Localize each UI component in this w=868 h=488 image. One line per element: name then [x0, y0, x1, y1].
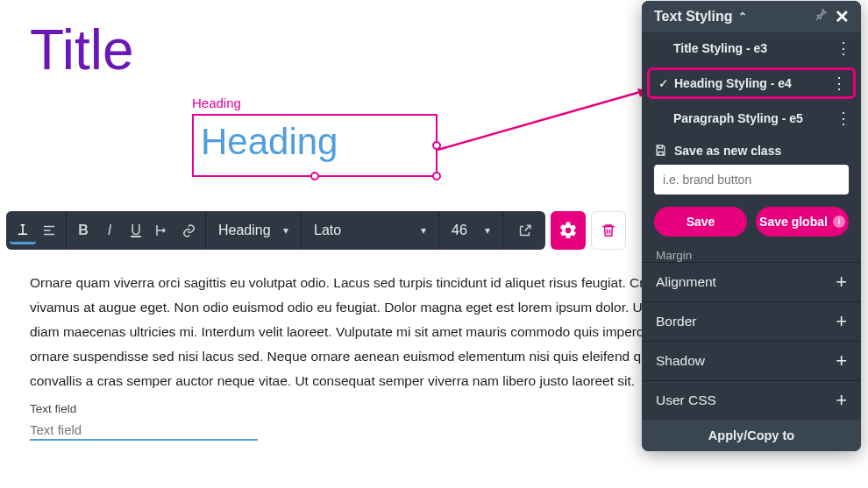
- italic-button[interactable]: I: [96, 216, 123, 244]
- resize-handle-southeast[interactable]: [432, 172, 441, 180]
- accordion-user-css[interactable]: User CSS+: [642, 380, 861, 420]
- class-item-heading[interactable]: ✓ Heading Styling - e4 ⋮: [647, 67, 856, 99]
- connector-line: [438, 87, 665, 157]
- align-button[interactable]: [36, 216, 62, 244]
- settings-button[interactable]: [551, 211, 586, 250]
- class-label: Heading Styling - e4: [674, 76, 831, 90]
- plus-icon: +: [836, 271, 847, 294]
- font-value: Lato: [314, 223, 341, 238]
- size-select[interactable]: 46 ▾: [443, 216, 499, 245]
- text-style-button[interactable]: [10, 216, 36, 244]
- save-button[interactable]: Save: [654, 207, 747, 237]
- check-icon: ✓: [658, 76, 674, 90]
- class-label: Paragraph Styling - e5: [673, 111, 836, 125]
- accordion-shadow[interactable]: Shadow+: [642, 341, 861, 380]
- save-block: Save as new class Save Save global i: [642, 135, 861, 249]
- text-field-input[interactable]: [30, 421, 258, 441]
- info-badge: i: [833, 216, 845, 228]
- chevron-up-icon: ⌃: [738, 11, 747, 23]
- class-label: Title Styling - e3: [673, 41, 836, 55]
- resize-handle-east[interactable]: [432, 141, 441, 150]
- text-toolbar: B I U Heading ▾ Lato ▾: [6, 211, 626, 250]
- toolbar-main: B I U Heading ▾ Lato ▾: [6, 211, 545, 250]
- heading-text[interactable]: Heading: [201, 121, 429, 163]
- more-icon[interactable]: ⋮: [836, 39, 850, 58]
- plus-icon: +: [836, 350, 847, 372]
- more-icon[interactable]: ⋮: [836, 109, 850, 128]
- open-external-button[interactable]: [507, 216, 542, 244]
- save-global-button[interactable]: Save global i: [756, 207, 849, 237]
- gear-icon: [559, 221, 578, 240]
- text-styling-panel: Text Styling ⌃ ✕ Title Styling - e3 ⋮ ✓ …: [642, 1, 861, 451]
- plus-icon: +: [836, 310, 847, 333]
- trash-icon: [601, 223, 616, 238]
- accordion-border[interactable]: Border+: [642, 301, 861, 341]
- underline-button[interactable]: U: [123, 216, 149, 244]
- apply-copy-button[interactable]: Apply/Copy to: [642, 420, 861, 451]
- close-icon[interactable]: ✕: [831, 6, 852, 27]
- chevron-down-icon: ▾: [485, 224, 490, 237]
- text-field-label: Text field: [30, 402, 76, 415]
- class-name-input[interactable]: [654, 165, 849, 194]
- link-button[interactable]: [175, 216, 202, 244]
- font-select[interactable]: Lato ▾: [305, 216, 435, 245]
- element-type-value: Heading: [218, 223, 271, 238]
- accordion-alignment[interactable]: Alignment+: [642, 262, 861, 301]
- class-item-paragraph[interactable]: Paragraph Styling - e5 ⋮: [642, 102, 861, 135]
- chevron-down-icon: ▾: [283, 224, 288, 237]
- class-item-title[interactable]: Title Styling - e3 ⋮: [642, 32, 861, 66]
- heading-tag-label: Heading: [192, 95, 438, 110]
- indent-button[interactable]: [149, 216, 175, 244]
- save-heading: Save as new class: [654, 144, 849, 158]
- section-margin-peek: Margin: [642, 249, 861, 262]
- element-type-select[interactable]: Heading ▾: [210, 216, 297, 245]
- size-value: 46: [452, 223, 467, 238]
- panel-title: Text Styling: [654, 9, 733, 25]
- panel-header[interactable]: Text Styling ⌃ ✕: [642, 1, 861, 32]
- heading-selected-box[interactable]: Heading: [192, 114, 438, 177]
- plus-icon: +: [836, 389, 847, 412]
- resize-handle-south[interactable]: [310, 172, 319, 180]
- title-text[interactable]: Title: [30, 18, 134, 82]
- bold-button[interactable]: B: [70, 216, 96, 244]
- save-icon: [654, 144, 667, 157]
- heading-block[interactable]: Heading Heading: [192, 95, 438, 177]
- svg-line-0: [438, 90, 646, 150]
- chevron-down-icon: ▾: [421, 224, 426, 237]
- delete-button[interactable]: [591, 211, 626, 250]
- more-icon[interactable]: ⋮: [831, 74, 846, 93]
- editor-canvas: Title Heading Heading B I: [0, 0, 868, 488]
- pin-icon[interactable]: [810, 8, 831, 25]
